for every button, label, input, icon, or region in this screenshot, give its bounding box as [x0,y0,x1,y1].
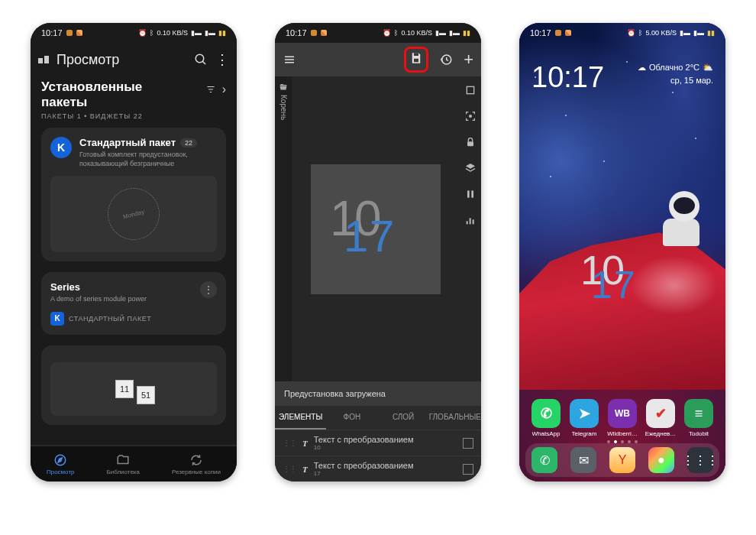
card-pack-tag: СТАНДАРТНЫЙ ПАКЕТ [69,315,151,323]
dock-app-2[interactable]: Y [609,447,635,473]
app-telegram[interactable]: ➤Telegram [567,399,602,437]
app-icon: ≡ [684,399,713,428]
alarm-icon: ⏰ [383,30,391,37]
element-checkbox[interactable] [463,438,473,449]
tab-background[interactable]: ФОН [326,406,377,430]
card-title: Series [50,281,147,293]
layers-icon[interactable] [464,162,477,174]
status-bar: 10:17 ⏰ ᛒ 0.10 KB/S ▮▬ ▮▬ ▮▮ [31,23,237,43]
stats-icon[interactable] [464,214,477,226]
compass-icon [53,453,67,467]
dock-app-1[interactable]: ✉ [570,447,596,473]
tab-layer[interactable]: СЛОЙ [377,406,428,430]
elements-list: ⋮⋮ T Текст с преобразованием 10 ⋮⋮ T Тек… [275,430,481,481]
stop-icon[interactable] [464,84,477,96]
drag-handle-icon[interactable]: ⋮⋮ [283,439,296,447]
text-element-icon: T [302,439,308,448]
chevron-right-icon[interactable]: › [222,83,226,96]
element-row[interactable]: ⋮⋮ T Текст с преобразованием 10 [275,430,481,456]
weather-widget[interactable]: ☁ Облачно 2°C ⛅ ср, 15 мар. [638,61,713,94]
kwgt-widget[interactable]: 10 17 [580,251,664,310]
battery-icon: ▮▮ [218,30,226,37]
element-sublabel: 10 [314,444,457,451]
app-label: Wildberri… [607,430,638,437]
tab-library[interactable]: Библиотека [106,453,140,475]
editor-tabs: ЭЛЕМЕНТЫ ФОН СЛОЙ ГЛОБАЛЬНЫЕ [275,406,481,430]
status-app-icon [66,30,73,36]
save-icon[interactable] [409,51,423,65]
element-checkbox[interactable] [463,464,473,475]
status-app-icon-2 [321,30,327,36]
focus-icon[interactable] [464,110,477,122]
widget-canvas[interactable]: 10 17 [311,164,441,294]
dock: ✆✉Y●⋮⋮⋮ [525,443,719,477]
element-row[interactable]: ⋮⋮ T Текст с преобразованием 17 [275,456,481,481]
root-sidebar[interactable]: Корень [275,76,292,381]
drag-handle-icon[interactable]: ⋮⋮ [283,465,296,473]
status-app-icon [555,30,561,36]
pack-k-icon: K [50,137,72,158]
widget-time-preview: 10 17 [330,195,422,264]
svg-rect-11 [414,59,418,63]
battery-icon: ▮▮ [707,30,715,37]
overflow-menu-icon[interactable]: ⋮ [215,57,229,63]
app-whatsapp[interactable]: ✆WhatsApp [528,399,564,437]
tab-backups[interactable]: Резервные копии [172,453,221,475]
status-app-icon-2 [565,30,571,36]
app-icon: ✔ [646,399,675,428]
app-todobit[interactable]: ≡Todobit [681,399,716,437]
card-more-icon[interactable]: ⋮ [200,281,217,298]
preview-num-a: 11 [115,380,134,398]
homescreen-clock[interactable]: 10:17 [531,61,604,94]
tab-elements[interactable]: ЭЛЕМЕНТЫ [275,406,326,430]
net-speed: 0.10 KB/S [401,29,432,37]
tab-label: Резервные копии [172,469,221,475]
card-preview-numbers[interactable]: 11 51 [41,345,226,425]
canvas-area[interactable]: 10 17 [292,76,460,381]
content-scroll[interactable]: Установленные пакеты ПАКЕТЫ 1 • ВИДЖЕТЫ … [31,76,237,445]
save-button-highlight [404,47,428,73]
add-icon[interactable]: + [464,50,473,70]
page-title: Просмотр [57,52,186,68]
net-speed: 5.00 KB/S [645,29,677,37]
card-preview: Monday [50,176,217,252]
svg-marker-6 [58,458,62,462]
app-label: WhatsApp [532,430,561,437]
signal-icon-2: ▮▬ [205,30,215,37]
app-wildberri[interactable]: WBWildberri… [605,399,640,437]
phone-homescreen: 10:17 ⏰ ᛒ 5.00 KB/S ▮▬ ▮▬ ▮▮ 10:17 ☁ Обл… [519,23,725,481]
alarm-icon: ⏰ [627,30,635,37]
app-[interactable]: ✔Ежеднев… [643,399,678,437]
history-icon[interactable] [439,53,453,66]
status-bar: 10:17 ⏰ ᛒ 0.10 KB/S ▮▬ ▮▬ ▮▮ [275,23,481,43]
pause-icon[interactable] [464,188,477,200]
text-element-icon: T [302,465,308,474]
card-series[interactable]: Series A demo of series module power ⋮ K… [41,272,226,334]
homescreen-header: 10:17 ☁ Облачно 2°C ⛅ ср, 15 мар. [519,43,725,94]
search-icon[interactable] [194,53,208,66]
sync-icon [189,453,203,467]
tab-global[interactable]: ГЛОБАЛЬНЫЕ [429,406,481,430]
svg-point-14 [470,115,472,118]
sort-icon[interactable] [205,84,216,95]
pack-k-icon: K [50,312,64,326]
lock-icon[interactable] [464,136,477,148]
tab-label: Библиотека [106,469,140,475]
menu-icon[interactable] [283,53,296,66]
section-header: Установленные пакеты ПАКЕТЫ 1 • ВИДЖЕТЫ … [41,79,226,120]
signal-icon-2: ▮▬ [693,30,704,37]
dock-app-0[interactable]: ✆ [531,447,557,473]
card-desc: Готовый комплект предустановок, показыва… [79,150,217,168]
dock-app-3[interactable]: ● [648,447,674,473]
card-standard-pack[interactable]: K Стандартный пакет 22 Готовый комплект … [41,128,226,261]
preview-num-b: 51 [137,386,155,404]
tab-view[interactable]: Просмотр [47,453,75,475]
dock-app-4[interactable]: ⋮⋮⋮ [687,447,713,473]
status-time: 10:17 [41,28,63,37]
net-speed: 0.10 KB/S [157,29,188,37]
editor-workspace: Корень 10 17 [275,76,481,381]
card-desc: A demo of series module power [50,294,147,303]
svg-rect-18 [467,221,468,224]
signal-icon: ▮▬ [435,30,446,37]
svg-rect-17 [471,190,473,197]
